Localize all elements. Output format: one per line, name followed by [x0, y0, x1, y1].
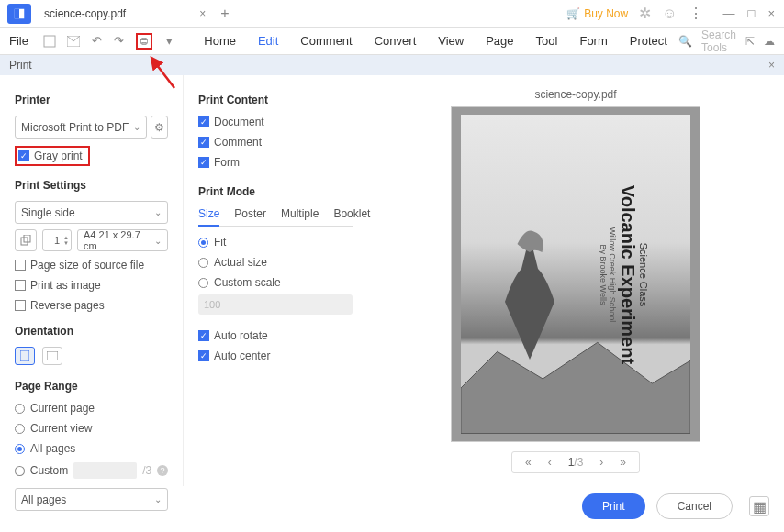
orientation-label: Orientation	[15, 325, 168, 338]
svg-rect-2	[44, 36, 55, 47]
notification-icon[interactable]: ✲	[639, 5, 651, 22]
mode-tabs: Size Poster Multiple Booklet	[198, 207, 353, 227]
more-icon[interactable]: ⋮	[689, 5, 703, 22]
new-tab-icon[interactable]: +	[220, 6, 229, 22]
close-window-icon[interactable]: ×	[767, 6, 775, 20]
mail-icon[interactable]	[67, 33, 80, 50]
comment-checkbox[interactable]: Comment	[198, 136, 353, 149]
tab-protect[interactable]: Protect	[630, 34, 667, 48]
app-icon	[7, 4, 31, 24]
first-page-icon[interactable]: «	[525, 456, 532, 469]
save-icon[interactable]	[43, 33, 56, 50]
copies-icon	[15, 229, 37, 251]
document-tab[interactable]: science-copy.pdf ×	[37, 2, 213, 26]
cloud-icon[interactable]: ☁	[764, 35, 775, 48]
scale-input[interactable]: 100	[198, 294, 353, 315]
printer-select[interactable]: Microsoft Print to PDF⌄	[15, 116, 147, 139]
portrait-button[interactable]	[15, 347, 35, 365]
print-preview-panel: science-copy.pdf Science Class Volcanic …	[367, 75, 784, 486]
share-icon[interactable]: ⇱	[745, 35, 755, 48]
preview-page: Science Class Volcanic Experiment Willow…	[451, 106, 700, 442]
current-page-radio[interactable]: Current page	[15, 402, 168, 415]
dialog-footer: Print Cancel ▦	[582, 493, 769, 519]
search-tools[interactable]: Search Tools	[701, 28, 736, 54]
mode-multiple[interactable]: Multiple	[281, 207, 319, 226]
print-as-image-checkbox[interactable]: Print as image	[15, 279, 168, 292]
close-tab-icon[interactable]: ×	[199, 7, 206, 20]
page-size-source-checkbox[interactable]: Page size of source file	[15, 259, 168, 272]
sides-select[interactable]: Single side⌄	[15, 201, 168, 224]
paper-select[interactable]: A4 21 x 29.7 cm⌄	[77, 229, 168, 251]
prev-page-icon[interactable]: ‹	[548, 456, 552, 469]
form-checkbox[interactable]: Form	[198, 156, 353, 169]
gray-print-checkbox[interactable]: Gray print	[15, 146, 90, 166]
page-range-label: Page Range	[15, 380, 168, 393]
current-view-radio[interactable]: Current view	[15, 422, 168, 435]
svg-rect-11	[47, 351, 58, 360]
search-icon: 🔍	[678, 35, 692, 48]
preview-text: Science Class Volcanic Experiment Willow…	[569, 133, 679, 416]
custom-range-input[interactable]	[73, 462, 137, 479]
titlebar-right: 🛒 Buy Now ✲ ☺ ⋮ — □ ×	[566, 5, 784, 22]
file-menu[interactable]: File	[9, 34, 28, 48]
next-page-icon[interactable]: ›	[599, 456, 603, 469]
preview-filename: science-copy.pdf	[534, 88, 616, 101]
print-left-panel: Printer Microsoft Print to PDF⌄ ⚙ Gray p…	[0, 75, 184, 486]
last-page-icon[interactable]: »	[620, 456, 626, 469]
tab-page[interactable]: Page	[486, 34, 513, 48]
copies-input[interactable]: 1▲▼	[42, 229, 72, 251]
undo-icon[interactable]: ↶	[91, 33, 102, 50]
print-title: Print	[9, 59, 32, 72]
close-dialog-icon[interactable]: ×	[768, 59, 775, 72]
svg-rect-10	[20, 350, 29, 361]
print-dialog-body: Printer Microsoft Print to PDF⌄ ⚙ Gray p…	[0, 75, 784, 486]
titlebar: science-copy.pdf × + 🛒 Buy Now ✲ ☺ ⋮ — □…	[0, 0, 784, 28]
range-select[interactable]: All pages⌄	[15, 488, 168, 511]
custom-scale-radio[interactable]: Custom scale	[198, 276, 353, 289]
main-tabs: Home Edit Comment Convert View Page Tool…	[204, 34, 667, 48]
fit-radio[interactable]: Fit	[198, 236, 353, 249]
tab-view[interactable]: View	[438, 34, 464, 48]
svg-rect-5	[142, 38, 146, 39]
print-mode-label: Print Mode	[198, 185, 353, 198]
reverse-pages-checkbox[interactable]: Reverse pages	[15, 299, 168, 312]
buy-now-link[interactable]: 🛒 Buy Now	[566, 7, 628, 20]
mode-size[interactable]: Size	[198, 207, 219, 227]
print-middle-panel: Print Content Document Comment Form Prin…	[184, 75, 367, 486]
help-icon[interactable]: ?	[157, 465, 168, 476]
print-content-label: Print Content	[198, 94, 353, 106]
printer-label: Printer	[15, 94, 168, 106]
tab-tool[interactable]: Tool	[536, 34, 558, 48]
mode-poster[interactable]: Poster	[234, 207, 266, 226]
checkbox-icon	[18, 150, 29, 161]
mode-booklet[interactable]: Booklet	[333, 207, 370, 226]
tab-edit[interactable]: Edit	[258, 34, 278, 48]
menubar: File ↶ ↷ ▾ Home Edit Comment Convert Vie…	[0, 28, 784, 55]
print-dialog-header: Print ×	[0, 55, 784, 75]
print-icon[interactable]	[136, 33, 152, 50]
tab-convert[interactable]: Convert	[375, 34, 417, 48]
tab-title: science-copy.pdf	[44, 7, 126, 20]
printer-settings-button[interactable]: ⚙	[151, 116, 168, 139]
actual-size-radio[interactable]: Actual size	[198, 256, 353, 269]
minimize-icon[interactable]: —	[723, 6, 735, 20]
custom-range-radio[interactable]: Custom /3 ?	[15, 462, 168, 479]
tab-home[interactable]: Home	[204, 34, 236, 48]
print-button[interactable]: Print	[582, 493, 645, 519]
redo-icon[interactable]: ↷	[113, 33, 124, 50]
cancel-button[interactable]: Cancel	[656, 493, 733, 519]
svg-rect-1	[15, 8, 19, 18]
maximize-icon[interactable]: □	[748, 6, 756, 20]
pager: « ‹ 1/3 › »	[511, 451, 640, 473]
print-settings-label: Print Settings	[15, 179, 168, 192]
document-checkbox[interactable]: Document	[198, 116, 353, 128]
tab-form[interactable]: Form	[579, 34, 607, 48]
user-icon[interactable]: ☺	[662, 6, 677, 22]
auto-rotate-checkbox[interactable]: Auto rotate	[198, 329, 353, 342]
all-pages-radio[interactable]: All pages	[15, 442, 168, 455]
grid-icon[interactable]: ▦	[749, 496, 769, 516]
tab-comment[interactable]: Comment	[300, 34, 352, 48]
landscape-button[interactable]	[42, 347, 62, 365]
dropdown-icon[interactable]: ▾	[163, 33, 174, 50]
auto-center-checkbox[interactable]: Auto center	[198, 349, 353, 362]
